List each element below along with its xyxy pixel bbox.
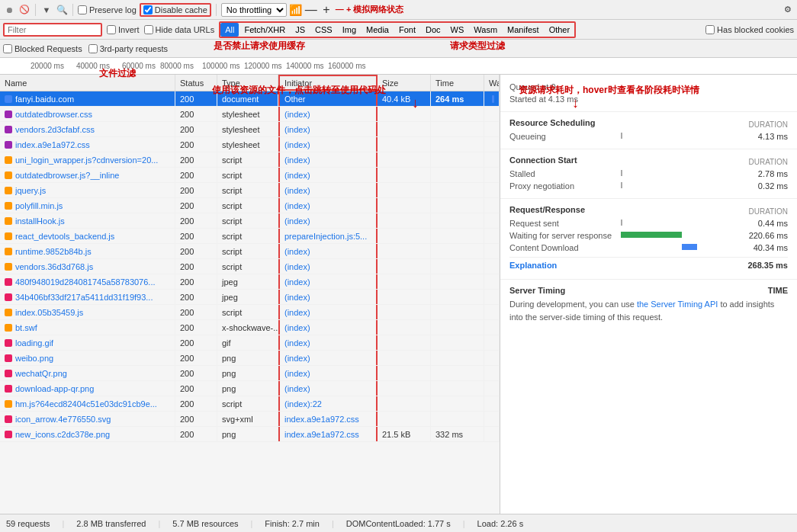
table-row[interactable]: react_devtools_backend.js200scriptprepar…: [0, 229, 500, 244]
initiator-link[interactable]: (index): [284, 384, 310, 393]
preserve-log-label[interactable]: Preserve log: [78, 5, 137, 14]
settings-icon[interactable]: ⚙: [782, 4, 794, 16]
server-timing-time: TIME: [768, 286, 788, 295]
filter-input[interactable]: [3, 23, 102, 37]
cell-size: [378, 366, 431, 380]
network-plus-icon[interactable]: +: [320, 4, 333, 16]
filter-btn-wasm[interactable]: Wasm: [469, 23, 502, 37]
table-row[interactable]: polyfill.min.js200script(index): [0, 198, 500, 213]
table-row[interactable]: uni_login_wrapper.js?cdnversion=20...200…: [0, 152, 500, 168]
network-minus-icon[interactable]: —: [305, 4, 317, 16]
filter-btn-manifest[interactable]: Manifest: [503, 23, 544, 37]
cell-size: [378, 320, 431, 335]
table-row[interactable]: fanyi.baidu.com200documentOther40.4 kB26…: [0, 91, 500, 107]
table-row[interactable]: outdatedbrowser.css200stylesheet(index): [0, 107, 500, 122]
initiator-link[interactable]: (index): [284, 125, 310, 134]
initiator-link[interactable]: prepareInjection.js:5...: [284, 232, 367, 241]
initiator-link[interactable]: (index): [284, 354, 310, 363]
table-row[interactable]: icon_arrow.4e776550.svg200svg+xmlindex.a…: [0, 412, 500, 427]
filter-btn-font[interactable]: Font: [394, 23, 420, 37]
table-row[interactable]: vendors.2d3cfabf.css200stylesheet(index): [0, 122, 500, 137]
table-row[interactable]: index.05b35459.js200script(index): [0, 305, 500, 320]
hide-data-urls-checkbox[interactable]: [144, 25, 153, 34]
initiator-link[interactable]: (index):22: [284, 399, 322, 409]
table-row[interactable]: wechatQr.png200png(index): [0, 366, 500, 381]
col-header-time[interactable]: Time: [431, 75, 484, 91]
third-party-label[interactable]: 3rd-party requests: [88, 44, 168, 53]
server-timing-api-link[interactable]: the Server Timing API: [637, 300, 718, 309]
cell-time: [431, 122, 484, 136]
initiator-link[interactable]: (index): [284, 323, 310, 332]
blocked-requests-checkbox[interactable]: [3, 44, 12, 53]
initiator-link[interactable]: (index): [284, 338, 310, 348]
col-header-waterfall[interactable]: Waterfall ▼: [484, 75, 500, 91]
table-row[interactable]: hm.js?64ecd82404c51e03dc91cb9e...200scri…: [0, 396, 500, 412]
filter-btn-media[interactable]: Media: [362, 23, 394, 37]
filter-btn-ws[interactable]: WS: [446, 23, 469, 37]
record-button[interactable]: ⏺: [3, 4, 15, 16]
initiator-link[interactable]: (index): [284, 262, 310, 271]
server-timing-section: Server Timing TIME During development, y…: [500, 280, 797, 329]
preserve-log-checkbox[interactable]: [78, 5, 87, 14]
initiator-link[interactable]: index.a9e1a972.css: [284, 430, 359, 439]
filter-btn-doc[interactable]: Doc: [421, 23, 445, 37]
blocked-requests-label[interactable]: Blocked Requests: [3, 44, 82, 53]
col-header-status[interactable]: Status: [175, 75, 217, 91]
search-icon[interactable]: 🔍: [56, 4, 68, 16]
initiator-link[interactable]: (index): [284, 110, 310, 119]
initiator-link[interactable]: (index): [284, 201, 310, 210]
table-row[interactable]: outdatedbrowser.js?__inline200script(ind…: [0, 168, 500, 183]
initiator-link[interactable]: (index): [284, 247, 310, 256]
table-row[interactable]: jquery.js200script(index): [0, 183, 500, 198]
initiator-link[interactable]: (index): [284, 155, 310, 165]
transferred-size: 2.8 MB transferred: [76, 519, 146, 528]
wifi-icon[interactable]: 📶: [290, 4, 302, 16]
table-row[interactable]: bt.swf200x-shockwave-...(index): [0, 320, 500, 335]
filter-icon[interactable]: ▼: [40, 4, 53, 16]
initiator-link[interactable]: (index): [284, 171, 310, 180]
filter-btn-css[interactable]: CSS: [310, 23, 337, 37]
initiator-link[interactable]: (index): [284, 293, 310, 302]
col-header-type[interactable]: Type: [217, 75, 278, 91]
filter-btn-js[interactable]: JS: [291, 23, 310, 37]
initiator-link[interactable]: Other: [284, 95, 306, 104]
has-blocked-checkbox[interactable]: [705, 25, 715, 34]
table-row[interactable]: index.a9e1a972.css200stylesheet(index): [0, 137, 500, 152]
total-row: Explanation 268.35 ms: [509, 257, 788, 273]
col-header-name[interactable]: Name: [0, 75, 175, 91]
filter-btn-img[interactable]: Img: [338, 23, 361, 37]
col-header-size[interactable]: Size: [378, 75, 431, 91]
initiator-link[interactable]: (index): [284, 277, 310, 287]
initiator-link[interactable]: (index): [284, 140, 310, 149]
initiator-link[interactable]: (index): [284, 216, 310, 226]
initiator-link[interactable]: index.a9e1a972.css: [284, 415, 359, 424]
table-row[interactable]: weibo.png200png(index): [0, 351, 500, 366]
table-row[interactable]: vendors.36d3d768.js200script(index): [0, 259, 500, 274]
filter-btn-other[interactable]: Other: [545, 23, 575, 37]
initiator-link[interactable]: (index): [284, 308, 310, 317]
file-type-icon: [5, 293, 12, 301]
throttling-select[interactable]: No throttling Slow 3G Fast 3G: [221, 3, 287, 17]
third-party-checkbox[interactable]: [88, 44, 98, 53]
initiator-link[interactable]: (index): [284, 186, 310, 195]
table-row[interactable]: installHook.js200script(index): [0, 213, 500, 229]
hide-data-urls-label[interactable]: Hide data URLs: [144, 25, 215, 34]
table-row[interactable]: 34b406bf33df217a5411dd31f19f93...200jpeg…: [0, 290, 500, 305]
clear-button[interactable]: 🚫: [18, 4, 31, 16]
filter-btn-all[interactable]: All: [220, 23, 239, 37]
initiator-link[interactable]: (index): [284, 369, 310, 378]
finish-time: Finish: 2.7 min: [265, 519, 320, 528]
waiting-bar: [621, 232, 682, 238]
table-row[interactable]: 480f948019d284081745a58783076...200jpeg(…: [0, 274, 500, 290]
table-row[interactable]: runtime.9852b84b.js200script(index): [0, 244, 500, 259]
filter-btn-fetch[interactable]: Fetch/XHR: [239, 23, 290, 37]
explanation-link[interactable]: Explanation: [509, 261, 557, 270]
col-header-initiator[interactable]: Initiator: [278, 75, 378, 91]
table-row[interactable]: loading.gif200gif(index): [0, 335, 500, 351]
table-row[interactable]: download-app-qr.png200png(index): [0, 381, 500, 396]
invert-label[interactable]: Invert: [107, 25, 140, 34]
disable-cache-checkbox[interactable]: [143, 5, 153, 14]
invert-checkbox[interactable]: [107, 25, 116, 34]
table-row[interactable]: new_icons.c2dc378e.png200pngindex.a9e1a9…: [0, 427, 500, 442]
disable-cache-label[interactable]: Disable cache: [140, 3, 211, 17]
